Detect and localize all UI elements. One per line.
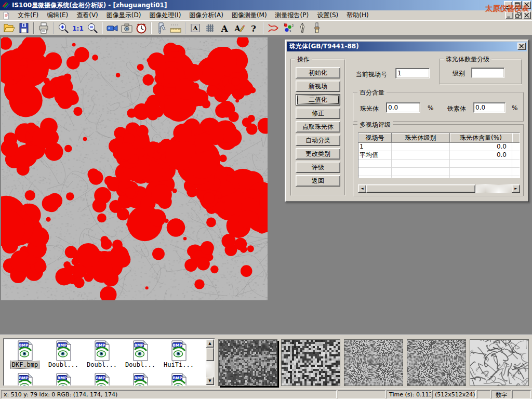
thumbnail-4[interactable] bbox=[407, 339, 466, 386]
file-vscrollbar[interactable]: ▲ ▼ bbox=[206, 339, 214, 385]
file-name[interactable]: Doubl... bbox=[47, 361, 79, 368]
file-name[interactable]: Doubl... bbox=[124, 361, 156, 368]
change-class-button[interactable]: 更改类别 bbox=[296, 148, 340, 159]
zoom-in-icon[interactable] bbox=[57, 22, 70, 34]
status-time: Time (s): 0.113 bbox=[387, 390, 431, 398]
table-row[interactable]: 1 0.0 bbox=[358, 143, 520, 151]
file-name[interactable]: HuiTi... bbox=[163, 361, 195, 368]
mdi-restore-button[interactable] bbox=[514, 11, 522, 19]
zoom-out-icon[interactable] bbox=[86, 22, 99, 34]
menu-settings[interactable]: 设置(S) bbox=[313, 10, 342, 21]
video-capture-icon[interactable] bbox=[105, 22, 119, 34]
menu-measure-report[interactable]: 测量报告(P) bbox=[271, 10, 313, 21]
micrograph-image[interactable] bbox=[1, 37, 268, 300]
col-pearlite-content[interactable]: 珠光体含量(%) bbox=[450, 133, 512, 143]
thumbnail-2[interactable] bbox=[281, 339, 340, 386]
scroll-down-icon[interactable]: ▼ bbox=[206, 377, 214, 385]
operations-group-label: 操作 bbox=[295, 55, 312, 64]
thumbnail-1[interactable] bbox=[218, 339, 277, 386]
mdi-minimize-button[interactable] bbox=[505, 11, 513, 19]
file-item[interactable]: BMP bbox=[44, 373, 83, 386]
document-icon[interactable] bbox=[2, 11, 10, 20]
menu-help[interactable]: 帮助(H) bbox=[342, 10, 373, 21]
return-button[interactable]: 返回 bbox=[296, 175, 340, 187]
ruler-icon[interactable] bbox=[169, 22, 182, 34]
menu-image-display[interactable]: 图像显示(D) bbox=[102, 10, 145, 21]
file-item[interactable]: BMP bbox=[121, 373, 159, 386]
file-name[interactable]: Doubl... bbox=[86, 361, 118, 368]
menu-image-analysis[interactable]: 图像分析(A) bbox=[185, 10, 228, 21]
save-icon[interactable] bbox=[17, 22, 31, 34]
init-button[interactable]: 初始化 bbox=[296, 67, 340, 78]
scroll-up-icon[interactable]: ▲ bbox=[206, 339, 214, 348]
dialog-title: 珠光体(GB/T9441-88) bbox=[289, 42, 359, 51]
thumbnail-3[interactable] bbox=[344, 339, 403, 386]
classify-icon[interactable]: 123 bbox=[281, 22, 295, 34]
dialog-titlebar[interactable]: 珠光体(GB/T9441-88) bbox=[287, 42, 527, 51]
grid-measure-icon[interactable] bbox=[203, 22, 217, 34]
maximize-button[interactable] bbox=[513, 1, 522, 9]
pearlite-input[interactable] bbox=[386, 102, 420, 113]
menu-image-measure[interactable]: 图像测量(M) bbox=[228, 10, 271, 21]
file-item-dkf[interactable]: BMP DKF.bmp bbox=[6, 340, 44, 368]
file-item[interactable]: BMP bbox=[159, 373, 198, 386]
grade-input[interactable] bbox=[471, 68, 504, 78]
current-field-input[interactable] bbox=[395, 68, 430, 78]
file-item[interactable]: BMP bbox=[83, 373, 121, 386]
window-title: IS100显微摄像系统(金相分析版) - [zhuguangti01] bbox=[12, 1, 167, 10]
table-row-average[interactable]: 平均值 0.0 bbox=[358, 151, 520, 159]
text-icon[interactable]: A bbox=[218, 22, 231, 34]
col-pearlite-grade[interactable]: 珠光体级别 bbox=[392, 133, 450, 143]
pick-pearlite-button[interactable]: 点取珠光体 bbox=[296, 121, 340, 132]
annotate-icon[interactable]: A bbox=[232, 22, 246, 34]
mdi-close-button[interactable] bbox=[523, 11, 531, 19]
new-field-button[interactable]: 新视场 bbox=[296, 81, 340, 92]
vscroll-thumb[interactable] bbox=[206, 348, 214, 361]
binarize-button[interactable]: 二值化 bbox=[296, 94, 340, 105]
pen-icon[interactable] bbox=[296, 22, 309, 34]
timer-icon[interactable] bbox=[135, 22, 148, 34]
file-item[interactable]: BMP bbox=[6, 373, 44, 386]
table-hscrollbar[interactable]: ◄ ► bbox=[358, 184, 520, 193]
help-icon[interactable]: ? bbox=[247, 22, 260, 34]
print-icon[interactable] bbox=[37, 22, 50, 34]
measure-text-icon[interactable]: A bbox=[189, 22, 202, 34]
scroll-left-icon[interactable]: ◄ bbox=[358, 184, 366, 193]
file-item[interactable]: BMP Doubl... bbox=[83, 340, 121, 368]
camera-icon[interactable] bbox=[120, 22, 134, 34]
scroll-right-icon[interactable]: ► bbox=[512, 184, 520, 193]
menu-image-process[interactable]: 图像处理(I) bbox=[145, 10, 185, 21]
col-field-no[interactable]: 视场号 bbox=[358, 133, 392, 143]
menu-file[interactable]: 文件(F) bbox=[14, 10, 43, 21]
dialog-close-icon[interactable] bbox=[517, 43, 526, 50]
menu-view[interactable]: 查看(V) bbox=[72, 10, 102, 21]
status-empty bbox=[512, 390, 531, 398]
bmp-file-icon: BMP bbox=[54, 340, 73, 361]
titlebar: IS100显微摄像系统(金相分析版) - [zhuguangti01] bbox=[0, 0, 532, 10]
menu-edit[interactable]: 编辑(E) bbox=[43, 10, 72, 21]
close-button[interactable] bbox=[523, 1, 531, 9]
multi-field-group-label: 多视场评级 bbox=[357, 121, 393, 129]
brush-icon[interactable] bbox=[310, 22, 324, 34]
caliper-icon[interactable] bbox=[154, 22, 168, 34]
file-item[interactable]: BMP Doubl... bbox=[121, 340, 159, 368]
minimize-button[interactable] bbox=[504, 1, 512, 9]
file-row-partial: BMP BMP BMP BMP BMP bbox=[4, 371, 215, 386]
file-item[interactable]: BMP HuiTi... bbox=[159, 340, 198, 368]
file-item[interactable]: BMP Doubl... bbox=[44, 340, 83, 368]
delete-curve-icon[interactable] bbox=[267, 22, 280, 34]
ferrite-label: 铁素体 bbox=[447, 104, 466, 113]
percent-group: 百分含量 珠光体 % 铁素体 % bbox=[353, 92, 524, 122]
rate-button[interactable]: 评级 bbox=[296, 162, 340, 173]
thumbnail-5[interactable] bbox=[470, 339, 529, 386]
correct-button[interactable]: 修正 bbox=[296, 108, 340, 119]
file-name[interactable]: DKF.bmp bbox=[11, 361, 39, 368]
col-ferrite[interactable]: 铁素体 bbox=[512, 133, 520, 143]
open-icon[interactable] bbox=[3, 22, 16, 34]
hscroll-thumb[interactable] bbox=[366, 184, 475, 193]
actual-size-icon[interactable]: 1:1 bbox=[71, 22, 85, 34]
toolbar-separator bbox=[33, 22, 34, 34]
ferrite-input[interactable] bbox=[473, 102, 506, 113]
auto-classify-button[interactable]: 自动分类 bbox=[296, 135, 340, 146]
svg-text:?: ? bbox=[251, 23, 256, 34]
